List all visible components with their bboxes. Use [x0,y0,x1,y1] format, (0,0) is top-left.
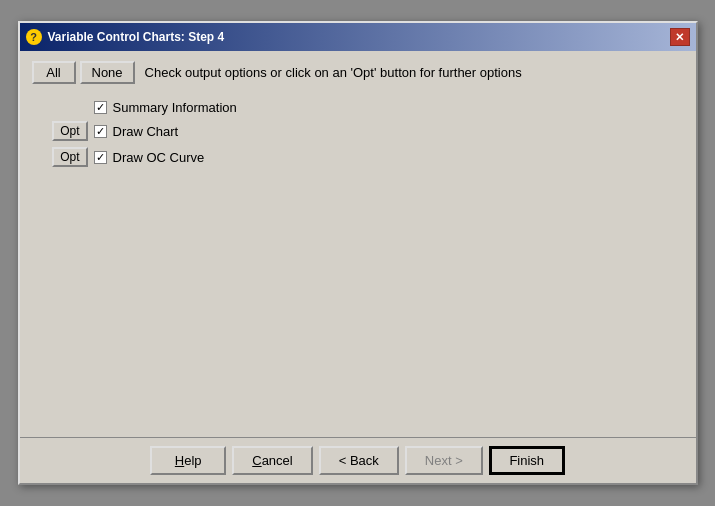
draw-oc-checkbox[interactable] [94,151,107,164]
draw-oc-checkbox-cell: Draw OC Curve [94,150,205,165]
option-row-summary: Summary Information [48,100,676,115]
toolbar-instruction: Check output options or click on an 'Opt… [145,65,522,80]
finish-button[interactable]: Finish [489,446,565,475]
cancel-button[interactable]: Cancel [232,446,312,475]
summary-label: Summary Information [113,100,237,115]
option-row-draw-chart: Opt Draw Chart [48,121,676,141]
next-button: Next > [405,446,483,475]
none-button[interactable]: None [80,61,135,84]
title-bar: ? Variable Control Charts: Step 4 ✕ [20,23,696,51]
close-button[interactable]: ✕ [670,28,690,46]
summary-checkbox-cell: Summary Information [94,100,237,115]
draw-chart-label: Draw Chart [113,124,179,139]
opt-button-chart[interactable]: Opt [52,121,87,141]
window-icon: ? [26,29,42,45]
content-area [32,177,684,427]
draw-chart-checkbox[interactable] [94,125,107,138]
title-bar-left: ? Variable Control Charts: Step 4 [26,29,225,45]
help-label-rest: elp [184,453,201,468]
window-title: Variable Control Charts: Step 4 [48,30,225,44]
options-area: Summary Information Opt Draw Chart Opt [32,96,684,177]
opt-button-oc[interactable]: Opt [52,147,87,167]
all-button[interactable]: All [32,61,76,84]
draw-chart-checkbox-cell: Draw Chart [94,124,179,139]
draw-oc-label: Draw OC Curve [113,150,205,165]
option-row-draw-oc: Opt Draw OC Curve [48,147,676,167]
toolbar-row: All None Check output options or click o… [32,61,684,84]
opt-btn-cell-oc: Opt [48,147,94,167]
summary-checkbox[interactable] [94,101,107,114]
help-button[interactable]: Help [150,446,226,475]
main-window: ? Variable Control Charts: Step 4 ✕ All … [18,21,698,485]
window-body: All None Check output options or click o… [20,51,696,437]
opt-btn-cell-chart: Opt [48,121,94,141]
bottom-bar: Help Cancel < Back Next > Finish [20,437,696,483]
back-button[interactable]: < Back [319,446,399,475]
